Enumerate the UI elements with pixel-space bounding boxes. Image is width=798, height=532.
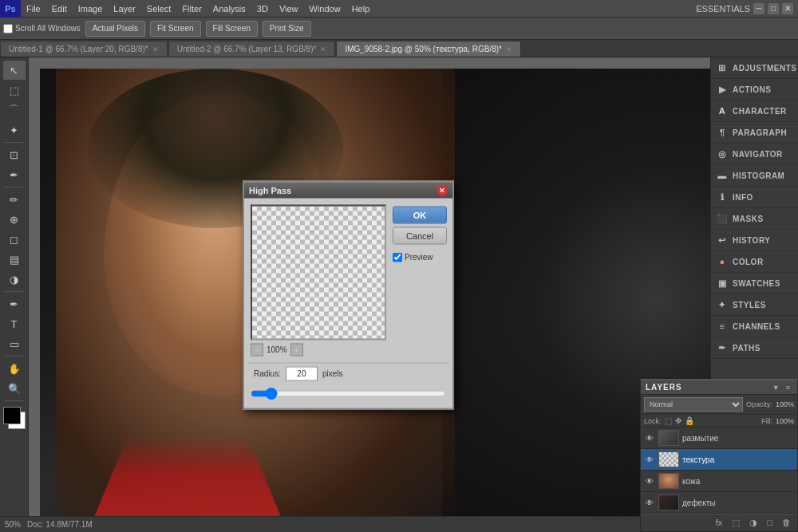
marquee-tool[interactable]: ⬚ (3, 81, 26, 100)
menu-image[interactable]: Image (73, 2, 109, 15)
panel-color[interactable]: ● COLOR (711, 251, 798, 273)
panel-styles[interactable]: ✦ STYLES (711, 294, 798, 316)
text-tool[interactable]: T (3, 314, 26, 333)
history-icon: ↩ (716, 234, 729, 246)
hp-close-button[interactable]: ✕ (437, 184, 448, 195)
layer-row-1[interactable]: 👁 текстура (641, 449, 797, 471)
new-layer-button[interactable]: □ (764, 517, 776, 529)
layer-visibility-1[interactable]: 👁 (644, 454, 655, 465)
zoom-tool[interactable]: 🔍 (3, 379, 26, 398)
layer-visibility-2[interactable]: 👁 (644, 475, 655, 487)
clone-tool[interactable]: ⊕ (3, 210, 26, 229)
menu-window[interactable]: Window (304, 2, 346, 15)
layer-row-0[interactable]: 👁 размытие (641, 428, 797, 449)
magic-wand-tool[interactable]: ✦ (3, 120, 26, 140)
minimize-button[interactable]: ─ (753, 3, 764, 14)
panel-history[interactable]: ↩ HISTORY (711, 230, 798, 251)
layer-visibility-3[interactable]: 👁 (644, 497, 655, 508)
essentials-button[interactable]: ESSENTIALS (696, 4, 750, 14)
layer-visibility-0[interactable]: 👁 (644, 432, 655, 443)
menu-help[interactable]: Help (346, 2, 376, 15)
menu-edit[interactable]: Edit (46, 2, 73, 15)
hp-radius-slider[interactable] (251, 387, 446, 400)
brush-tool[interactable]: ✏ (3, 190, 26, 209)
panel-navigator[interactable]: ◎ NAVIGATOR (711, 144, 798, 165)
hp-ok-button[interactable]: OK (393, 206, 447, 223)
panel-paths[interactable]: ✒ PATHS (711, 337, 798, 359)
essentials-area: ESSENTIALS ─ □ ✕ (696, 3, 798, 14)
hp-radius-input[interactable]: 20 (286, 366, 318, 380)
canvas-area: 200 600 1000 1400 1800 2100 2200 2500 27… (29, 57, 710, 532)
hp-titlebar[interactable]: High Pass ✕ (244, 182, 452, 198)
layer-blend-mode-select[interactable]: Normal Multiply Screen Overlay (644, 397, 743, 412)
fill-screen-button[interactable]: Fill Screen (206, 21, 258, 37)
shape-tool[interactable]: ▭ (3, 334, 26, 353)
opacity-value[interactable]: 100% (776, 400, 794, 408)
print-size-button[interactable]: Print Size (263, 21, 311, 37)
move-tool[interactable]: ↖ (3, 61, 26, 80)
menu-analysis[interactable]: Analysis (207, 2, 251, 15)
layers-panel-menu[interactable]: ≡ (784, 384, 792, 392)
menu-select[interactable]: Select (141, 2, 177, 15)
actual-pixels-button[interactable]: Actual Pixels (85, 21, 145, 37)
lock-move-icon[interactable]: ✥ (675, 416, 681, 425)
tab-0[interactable]: Untitled-1 @ 66.7% (Layer 20, RGB/8)* ✕ (0, 41, 168, 57)
crop-tool[interactable]: ⊡ (3, 145, 26, 164)
menu-layer[interactable]: Layer (108, 2, 141, 15)
scroll-all-windows-label[interactable]: Scroll All Windows (3, 24, 81, 33)
menu-filter[interactable]: Filter (176, 2, 207, 15)
tab-close-1[interactable]: ✕ (320, 45, 326, 53)
maximize-button[interactable]: □ (768, 3, 779, 14)
hp-zoom-plus-button[interactable]: + (290, 343, 303, 356)
panel-info[interactable]: ℹ INFO (711, 187, 798, 208)
hp-preview-canvas (251, 204, 386, 340)
hp-radius-label: Radius: (254, 369, 281, 378)
scroll-all-windows-checkbox[interactable] (3, 24, 13, 33)
panel-character[interactable]: A CHARACTER (711, 100, 798, 122)
tab-close-2[interactable]: ✕ (506, 45, 512, 53)
panel-swatches[interactable]: ▣ SWATCHES (711, 273, 798, 294)
hp-cancel-button[interactable]: Cancel (393, 227, 447, 244)
close-button[interactable]: ✕ (782, 3, 793, 14)
tab-1[interactable]: Untitled-2 @ 66.7% (Layer 13, RGB/8)* ✕ (168, 41, 336, 57)
new-fill-layer-button[interactable]: ◑ (746, 517, 760, 529)
eraser-tool[interactable]: ◻ (3, 230, 26, 249)
hand-tool[interactable]: ✋ (3, 359, 26, 378)
dodge-tool[interactable]: ◑ (3, 270, 26, 289)
eyedropper-tool[interactable]: ✒ (3, 165, 26, 184)
panel-adjustments[interactable]: ⊞ ADJUSTMENTS (711, 57, 798, 79)
menu-3d[interactable]: 3D (251, 2, 274, 15)
tab-close-0[interactable]: ✕ (152, 45, 159, 53)
hp-preview-checkbox[interactable] (393, 252, 402, 262)
layers-footer: fx ⬚ ◑ □ 🗑 (641, 514, 797, 531)
layer-row-3[interactable]: 👁 дефекты (641, 492, 797, 514)
panel-channels[interactable]: ≡ CHANNELS (711, 316, 798, 337)
layer-row-2[interactable]: 👁 кожа (641, 471, 797, 492)
panel-masks[interactable]: ⬛ MASKS (711, 208, 798, 230)
panel-paragraph[interactable]: ¶ PARAGRAPH (711, 122, 798, 144)
delete-layer-button[interactable]: 🗑 (779, 517, 794, 529)
add-mask-button[interactable]: ⬚ (729, 517, 743, 529)
color-icon: ● (716, 255, 729, 268)
left-toolbar: ↖ ⬚ ⌒ ✦ ⊡ ✒ ✏ ⊕ ◻ ▤ ◑ ✒ T ▭ ✋ 🔍 (0, 57, 29, 532)
color-swatches[interactable] (3, 407, 26, 429)
menu-file[interactable]: File (21, 2, 46, 15)
panel-histogram[interactable]: ▬ HISTOGRAM (711, 165, 798, 187)
ps-logo: Ps (0, 0, 21, 18)
pen-tool[interactable]: ✒ (3, 294, 26, 313)
layers-panel-collapse[interactable]: ▼ (770, 384, 782, 392)
tab-2[interactable]: IMG_9058-2.jpg @ 50% (текстура, RGB/8)* … (336, 41, 521, 57)
add-layer-style-button[interactable]: fx (713, 517, 726, 529)
menu-view[interactable]: View (274, 2, 304, 15)
panel-actions[interactable]: ▶ ACTIONS (711, 79, 798, 100)
foreground-color-swatch[interactable] (3, 407, 21, 424)
fill-value[interactable]: 100% (776, 417, 794, 425)
gradient-tool[interactable]: ▤ (3, 250, 26, 269)
fit-screen-button[interactable]: Fit Screen (150, 21, 201, 37)
layers-blend-mode-row: Normal Multiply Screen Overlay Opacity: … (641, 395, 797, 415)
hp-preview-label[interactable]: Preview (405, 253, 433, 262)
hp-zoom-minus-button[interactable]: − (251, 343, 263, 356)
lock-all-icon[interactable]: 🔒 (685, 416, 694, 425)
lock-pixels-icon[interactable]: ⬚ (665, 416, 672, 425)
lasso-tool[interactable]: ⌒ (3, 100, 26, 120)
